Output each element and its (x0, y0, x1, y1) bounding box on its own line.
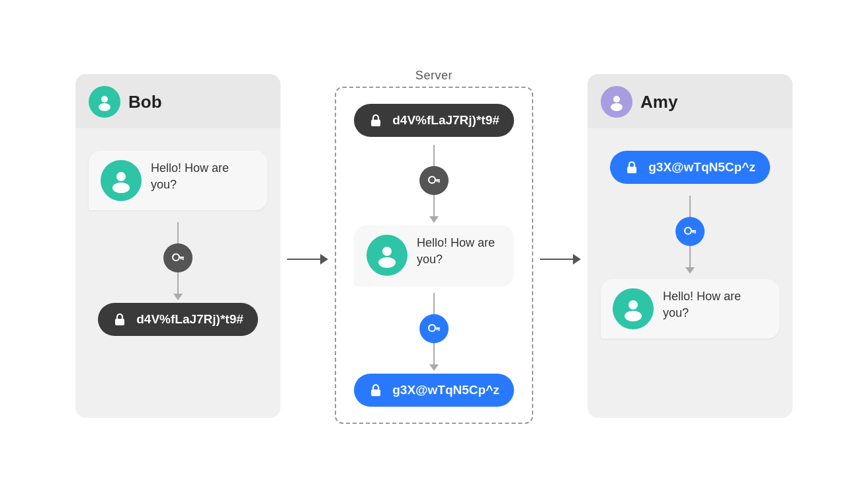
server-container: Server d4V%fLaJ7Rj)*t9# (335, 69, 533, 424)
svg-point-28 (629, 300, 638, 309)
svg-rect-23 (627, 167, 636, 173)
svg-rect-12 (439, 181, 440, 183)
bob-body: Hello! How are you? (75, 128, 281, 418)
svg-point-29 (625, 311, 642, 321)
svg-point-0 (101, 96, 108, 102)
server-message-bubble: Hello! How are you? (355, 226, 513, 285)
svg-rect-20 (371, 390, 380, 396)
arrow-server-to-amy (540, 254, 581, 265)
bob-encrypted-text: d4V%fLaJ7Rj)*t9# (136, 312, 243, 327)
svg-rect-7 (181, 258, 182, 259)
svg-point-2 (116, 172, 126, 181)
svg-rect-26 (695, 231, 696, 233)
bob-bubble-avatar (101, 160, 142, 201)
amy-body: g3X@wTqN5Cp^z (587, 128, 793, 418)
server-enc-bottom: g3X@wTqN5Cp^z (354, 374, 514, 407)
amy-encrypted-text: g3X@wTqN5Cp^z (648, 160, 756, 175)
svg-point-22 (611, 103, 623, 111)
arrow-bob-to-server (287, 254, 328, 265)
server-enc-top: d4V%fLaJ7Rj)*t9# (354, 104, 514, 137)
server-bubble-avatar (367, 235, 408, 276)
amy-message-bubble: Hello! How are you? (601, 279, 779, 339)
server-message-text: Hello! How are you? (417, 235, 501, 268)
bob-key-arrow (163, 222, 193, 300)
amy-name: Amy (640, 92, 677, 112)
amy-bubble-avatar (613, 288, 654, 329)
diagram: Bob Hello! How are you? (37, 21, 831, 471)
svg-rect-5 (179, 257, 184, 258)
svg-rect-6 (183, 258, 184, 260)
server-key-blue-arrow (419, 293, 449, 371)
bob-message-text: Hello! How are you? (151, 160, 255, 193)
server-key-dark-arrow (419, 145, 449, 223)
svg-rect-11 (435, 179, 440, 181)
svg-point-14 (382, 247, 392, 256)
bob-message-bubble: Hello! How are you? (89, 151, 267, 210)
server-key-dark-icon (419, 166, 449, 195)
amy-header: Amy (587, 74, 793, 128)
server-box: d4V%fLaJ7Rj)*t9# (335, 87, 533, 424)
server-label: Server (415, 69, 453, 83)
svg-point-1 (99, 103, 110, 111)
bob-content: Hello! How are you? (89, 144, 267, 336)
svg-point-4 (173, 254, 179, 261)
svg-rect-18 (439, 329, 440, 331)
svg-rect-9 (371, 120, 380, 126)
server-key-blue-icon (419, 314, 449, 343)
server-enc-top-text: d4V%fLaJ7Rj)*t9# (392, 113, 499, 128)
svg-point-16 (429, 325, 435, 331)
bob-header: Bob (75, 74, 281, 128)
svg-rect-19 (437, 329, 438, 330)
amy-panel: Amy g3X@wTqN5Cp^z (587, 74, 793, 418)
amy-encrypted-pill: g3X@wTqN5Cp^z (610, 151, 770, 184)
svg-rect-27 (693, 231, 694, 233)
bob-key-icon (163, 243, 193, 272)
amy-message-text: Hello! How are you? (663, 288, 767, 321)
server-enc-bottom-text: g3X@wTqN5Cp^z (392, 383, 499, 397)
svg-point-15 (378, 257, 396, 268)
svg-rect-25 (691, 230, 696, 231)
svg-point-24 (685, 227, 691, 234)
bob-avatar (89, 86, 120, 118)
svg-point-10 (429, 177, 435, 183)
svg-rect-13 (437, 181, 438, 182)
bob-name: Bob (128, 92, 162, 112)
amy-key-icon (675, 217, 705, 246)
bob-panel: Bob Hello! How are you? (75, 74, 281, 418)
svg-rect-8 (115, 319, 124, 325)
svg-point-21 (613, 96, 620, 102)
svg-rect-17 (435, 327, 440, 329)
amy-content: g3X@wTqN5Cp^z (601, 144, 779, 339)
svg-point-3 (112, 183, 130, 193)
amy-key-arrow (675, 196, 705, 274)
amy-avatar (601, 86, 632, 118)
bob-encrypted-pill: d4V%fLaJ7Rj)*t9# (98, 303, 258, 336)
